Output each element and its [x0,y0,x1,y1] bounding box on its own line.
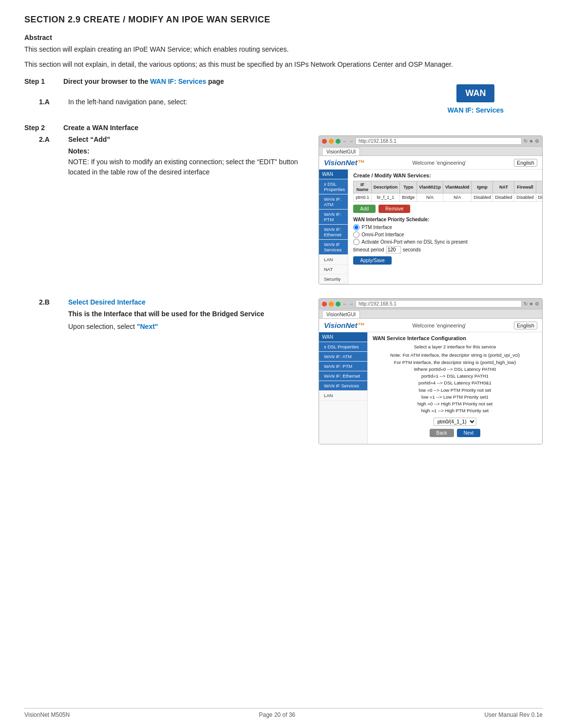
sidebar1-wan[interactable]: WAN [319,170,348,179]
apply-save-button[interactable]: Apply/Save [353,256,392,265]
radio-activate-label: Activate Omni-Port when no DSL Sync is p… [361,239,468,245]
note-line-8: high =1 --> High PTM Priority set [373,407,537,414]
cell-ipv6: Disabled [536,193,543,202]
vn2-lang[interactable]: English [514,322,537,329]
browser1-max-btn[interactable] [336,139,340,144]
step2-row: Step 2 Create a WAN Interface [24,124,543,132]
star-icon2[interactable]: ★ [529,301,533,307]
vn2-note-block: Note: For ATM interface, the descriptor … [373,352,537,414]
step2a-notes-text: NOTE: If you wish to modify an existing … [68,157,309,177]
browser1-titlebar: ← → http://192.168.5.1 ↻ ★ ⚙ [319,136,542,147]
col-desc: Description [371,181,400,193]
forward-icon2[interactable]: → [349,301,354,307]
col-igmp: Igmp [472,181,493,193]
vn1-sidebar: WAN x DSL Properties WAN IF: ATM WAN IF:… [319,170,348,284]
cell-desc: br_f_1_1 [371,193,400,202]
col-ifname: IF Name [354,181,372,193]
note-line-1: For PTM interface, the descriptor string… [373,359,537,366]
note-line-3: portId=1 --> DSL Latency PATH1 [373,373,537,380]
browser1-close-btn[interactable] [322,139,327,144]
sidebar1-services[interactable]: WAN IF Services [319,240,348,255]
footer-right: User Manual Rev 0.1e [485,711,543,718]
sidebar1-xdsl[interactable]: x DSL Properties [319,179,348,194]
star-icon[interactable]: ★ [529,138,533,144]
vn2-content-title: WAN Service Interface Configuration [373,335,537,341]
browser2-container: ← → http://192.168.5.1 ↻ ★ ⚙ VisionNetGU… [319,298,543,450]
sidebar2-wan[interactable]: WAN [319,332,367,342]
settings-icon2[interactable]: ⚙ [535,301,539,307]
cell-vlanmask: N/A [443,193,472,202]
sidebar2-services[interactable]: WAN IF Services [319,381,367,391]
sidebar2-ethernet[interactable]: WAN IF: Ethernet [319,371,367,381]
browser2: ← → http://192.168.5.1 ↻ ★ ⚙ VisionNetGU… [319,298,543,444]
settings-icon[interactable]: ⚙ [535,138,539,144]
sidebar1-security[interactable]: Security [319,274,348,284]
sidebar2-ptm[interactable]: WAN IF: PTM [319,362,367,371]
browser1-min-btn[interactable] [329,139,334,144]
radio-activate-input[interactable] [353,239,359,245]
radio-omni: Omni-Port Interface [353,231,543,238]
browser1-tab[interactable]: VisionNetGUI [322,148,360,155]
radio-ptm-input[interactable] [353,224,359,230]
browser1-container: ← → http://192.168.5.1 ↻ ★ ⚙ VisionNetGU… [319,135,543,290]
vn2-sidebar: WAN x DSL Properties WAN IF: ATM WAN IF:… [319,332,368,444]
browser2-body: VisionNet™ Welcome 'engineering' English… [319,319,542,444]
note-line-6: low =1 --> Low PTM Priority set1 [373,394,537,401]
cell-firewall: Disabled [514,193,536,202]
step1-link: WAN IF: Services [150,77,206,85]
add-button[interactable]: Add [353,205,376,213]
step2b-action: Upon selection, select "Next" [68,323,309,330]
sidebar2-xdsl[interactable]: x DSL Properties [319,342,367,352]
step2b-bold-text: This is the Interface that will be used … [68,310,309,318]
browser1-address[interactable]: http://192.168.5.1 [356,137,522,145]
step1-desc-text: Direct your browser to the [63,77,150,85]
refresh-icon2[interactable]: ↻ [524,301,528,307]
timeout-input[interactable] [386,246,401,253]
back-icon2[interactable]: ← [342,301,347,307]
page-title: SECTION 2.9 CREATE / MODIFY AN IPOE WAN … [24,15,543,25]
timeout-row: timeout period seconds [353,246,543,253]
sidebar1-ptm[interactable]: WAN IF: PTM [319,210,348,225]
back-button[interactable]: Back [430,429,454,437]
refresh-icon[interactable]: ↻ [524,138,528,144]
vn1-priority-section: WAN Interface Priority Schedule: PTM Int… [353,217,543,265]
forward-icon[interactable]: → [349,138,354,144]
sidebar2-atm[interactable]: WAN IF: ATM [319,352,367,362]
vn1-content: Create / Modify WAN Services: IF Name De… [348,170,543,284]
radio-omni-input[interactable] [353,231,359,238]
remove-button[interactable]: Remove [378,205,410,213]
vn2-content: WAN Service Interface Configuration Sele… [368,332,542,444]
sidebar1-ethernet[interactable]: WAN IF: Ethernet [319,225,348,240]
sidebar1-lan[interactable]: LAN [319,255,348,265]
vn1-lang[interactable]: English [514,159,537,167]
vn1-welcome: Welcome 'engineering' [413,160,466,166]
col-vlan: Vlan8021p [417,181,443,193]
step2a-notes-label: Notes: [68,147,309,155]
wan-icon-label: WAN IF: Services [448,106,504,114]
note-line-0: Note: For ATM interface, the descriptor … [373,352,537,359]
note-line-7: high =0 --> High PTM Priority not set [373,401,537,407]
col-nat: NAT [493,181,514,193]
interface-select[interactable]: ptm0/(4_1_1) [434,418,476,426]
col-type: Type [400,181,417,193]
timeout-label: timeout period [353,247,384,252]
vn1-layout: WAN x DSL Properties WAN IF: ATM WAN IF:… [319,170,542,284]
browser2-tab[interactable]: VisionNetGUI [322,310,360,318]
sidebar2-lan[interactable]: LAN [319,391,367,401]
step2a-left: 2.A Select “Add” Notes: NOTE: If you wis… [39,135,309,179]
browser2-tabbar: VisionNetGUI [319,309,542,319]
browser2-max-btn[interactable] [336,302,340,307]
browser2-address[interactable]: http://192.168.5.1 [356,300,522,307]
browser2-close-btn[interactable] [322,302,327,307]
next-button[interactable]: Next [457,429,481,437]
browser1: ← → http://192.168.5.1 ↻ ★ ⚙ VisionNetGU… [319,135,543,285]
browser2-min-btn[interactable] [329,302,334,307]
vn1-btn-row: Add Remove [353,205,543,213]
sidebar1-nat[interactable]: NAT [319,265,348,274]
col-firewall: Firewall [514,181,536,193]
abstract-para1: This section will explain creating an IP… [24,44,543,55]
back-icon[interactable]: ← [342,138,347,144]
radio-ptm: PTM Interface [353,224,543,230]
sidebar1-atm[interactable]: WAN IF: ATM [319,194,348,210]
apply-btn-row: Apply/Save [353,256,543,265]
